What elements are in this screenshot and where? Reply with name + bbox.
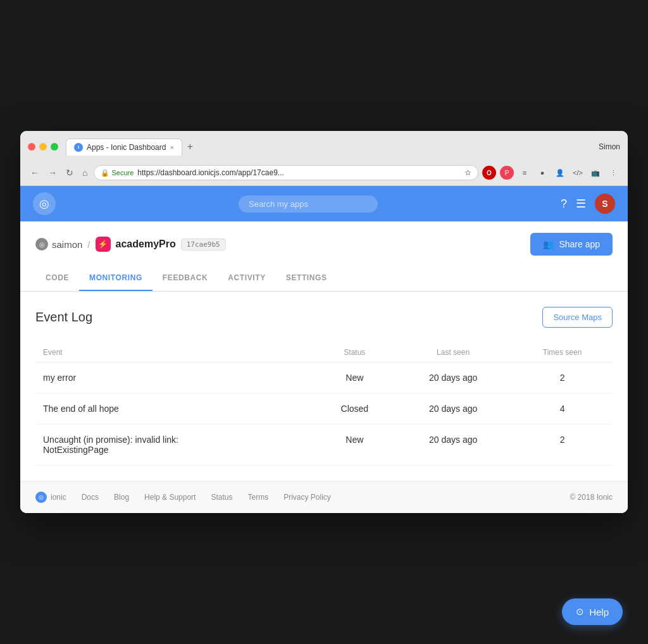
search-container xyxy=(56,195,561,213)
last-seen-cell: 20 days ago xyxy=(394,393,512,424)
secure-badge: 🔒 Secure xyxy=(101,169,134,177)
more-icon[interactable]: ⋮ xyxy=(606,166,620,180)
app-footer: ◎ ionic Docs Blog Help & Support Status … xyxy=(20,481,628,513)
tab-favicon: i xyxy=(74,143,83,152)
col-times-seen: Times seen xyxy=(512,343,613,362)
app-name-label: academyPro xyxy=(116,238,176,250)
opera-icon[interactable]: O xyxy=(482,166,496,180)
footer-logo: ◎ ionic xyxy=(35,492,66,503)
col-last-seen: Last seen xyxy=(394,343,512,362)
nav-forward-btn[interactable]: → xyxy=(46,166,59,179)
url-text: https://dashboard.ionicjs.com/app/17cae9… xyxy=(137,168,461,177)
tab-settings[interactable]: SETTINGS xyxy=(276,266,337,291)
times-seen-cell: 2 xyxy=(512,362,613,393)
col-status: Status xyxy=(315,343,394,362)
footer-copyright: © 2018 Ionic xyxy=(570,493,613,502)
app-content: ◎ ? ☰ S ◎ saimon / ⚡ academyPro xyxy=(20,186,628,513)
footer-help-support[interactable]: Help & Support xyxy=(144,493,196,502)
event-cell: The end of all hope xyxy=(35,393,315,424)
col-event: Event xyxy=(35,343,315,362)
footer-logo-icon: ◎ xyxy=(35,492,47,503)
breadcrumb-user[interactable]: ◎ saimon xyxy=(35,238,82,251)
footer-blog[interactable]: Blog xyxy=(114,493,129,502)
notifications-icon[interactable]: ☰ xyxy=(576,197,586,211)
cast-icon[interactable]: 📺 xyxy=(589,166,602,180)
browser-toolbar-actions: O P ≡ ● 👤 </> 📺 ⋮ xyxy=(482,166,620,180)
user-icon[interactable]: 👤 xyxy=(553,166,567,180)
footer-terms[interactable]: Terms xyxy=(247,493,268,502)
browser-window: i Apps - Ionic Dashboard × + Simon ← → ↻… xyxy=(20,131,628,513)
secure-text: Secure xyxy=(111,169,134,176)
event-log-section: Event Log Source Maps Event Status Last … xyxy=(20,292,628,481)
app-name-badge[interactable]: ⚡ academyPro xyxy=(96,237,176,252)
lastpass-icon[interactable]: ● xyxy=(535,166,549,180)
times-seen-cell: 2 xyxy=(512,424,613,466)
event-table: Event Status Last seen Times seen my err… xyxy=(35,343,613,466)
times-seen-cell: 4 xyxy=(512,393,613,424)
app-logo[interactable]: ◎ xyxy=(33,192,56,215)
event-log-title: Event Log xyxy=(35,310,92,325)
browser-dots xyxy=(28,143,58,151)
table-row[interactable]: my errorNew20 days ago2 xyxy=(35,362,613,393)
last-seen-cell: 20 days ago xyxy=(394,424,512,466)
footer-privacy[interactable]: Privacy Policy xyxy=(284,493,331,502)
search-input[interactable] xyxy=(239,195,378,213)
table-row[interactable]: Uncaught (in promise): invalid link:NotE… xyxy=(35,424,613,466)
event-log-header: Event Log Source Maps xyxy=(35,307,613,328)
table-header-row: Event Status Last seen Times seen xyxy=(35,343,613,362)
layers-icon[interactable]: ≡ xyxy=(518,166,532,180)
tab-title: Apps - Ionic Dashboard xyxy=(87,143,166,152)
app-id-tag: 17cae9b5 xyxy=(181,238,226,251)
browser-tabs: i Apps - Ionic Dashboard × + xyxy=(66,137,198,156)
footer-status[interactable]: Status xyxy=(211,493,232,502)
share-app-button[interactable]: 👥 Share app xyxy=(530,233,613,256)
footer-brand: ionic xyxy=(51,493,66,502)
app-navbar: ◎ ? ☰ S xyxy=(20,186,628,221)
nav-back-btn[interactable]: ← xyxy=(28,166,42,179)
browser-user-name: Simon xyxy=(599,142,620,151)
tab-close-btn[interactable]: × xyxy=(170,144,173,151)
breadcrumb-username: saimon xyxy=(52,239,82,250)
footer-docs[interactable]: Docs xyxy=(82,493,99,502)
browser-titlebar: i Apps - Ionic Dashboard × + Simon ← → ↻… xyxy=(20,131,628,186)
nav-home-btn[interactable]: ⌂ xyxy=(80,166,90,179)
lock-icon: 🔒 xyxy=(101,169,109,177)
help-circle-icon: ⊙ xyxy=(576,606,584,617)
breadcrumb: ◎ saimon / ⚡ academyPro 17cae9b5 xyxy=(35,237,226,252)
nav-reload-btn[interactable]: ↻ xyxy=(63,166,76,179)
address-bar[interactable]: 🔒 Secure https://dashboard.ionicjs.com/a… xyxy=(94,165,478,180)
status-cell: Closed xyxy=(315,393,394,424)
tab-monitoring[interactable]: MONITORING xyxy=(79,266,153,291)
share-icon: 👥 xyxy=(543,239,554,249)
event-cell: my error xyxy=(35,362,315,393)
browser-tab-active[interactable]: i Apps - Ionic Dashboard × xyxy=(66,139,182,156)
source-maps-button[interactable]: Source Maps xyxy=(542,307,613,328)
address-bar-row: ← → ↻ ⌂ 🔒 Secure https://dashboard.ionic… xyxy=(28,161,620,185)
app-icon: ⚡ xyxy=(96,237,111,252)
share-btn-label: Share app xyxy=(559,239,600,249)
maximize-dot[interactable] xyxy=(51,143,58,151)
minimize-dot[interactable] xyxy=(39,143,47,151)
user-avatar[interactable]: S xyxy=(595,194,615,214)
pocket-icon[interactable]: P xyxy=(500,166,514,180)
status-cell: New xyxy=(315,362,394,393)
tab-activity[interactable]: ACTIVITY xyxy=(218,266,275,291)
breadcrumb-separator: / xyxy=(87,239,90,250)
help-nav-icon[interactable]: ? xyxy=(561,197,567,211)
help-btn-label: Help xyxy=(589,607,609,617)
bookmark-icon[interactable]: ☆ xyxy=(464,168,471,177)
app-tabs: CODE MONITORING FEEDBACK ACTIVITY SETTIN… xyxy=(20,266,628,292)
help-button[interactable]: ⊙ Help xyxy=(562,598,623,625)
table-row[interactable]: The end of all hopeClosed20 days ago4 xyxy=(35,393,613,424)
dev-tools-icon[interactable]: </> xyxy=(571,166,585,180)
nav-actions: ? ☰ S xyxy=(561,194,615,214)
tab-code[interactable]: CODE xyxy=(35,266,79,291)
close-dot[interactable] xyxy=(28,143,35,151)
status-cell: New xyxy=(315,424,394,466)
event-cell: Uncaught (in promise): invalid link:NotE… xyxy=(35,424,315,466)
user-small-icon: ◎ xyxy=(35,238,48,251)
last-seen-cell: 20 days ago xyxy=(394,362,512,393)
app-header: ◎ saimon / ⚡ academyPro 17cae9b5 👥 Share… xyxy=(20,221,628,256)
tab-feedback[interactable]: FEEDBACK xyxy=(153,266,218,291)
new-tab-btn[interactable]: + xyxy=(182,137,198,156)
